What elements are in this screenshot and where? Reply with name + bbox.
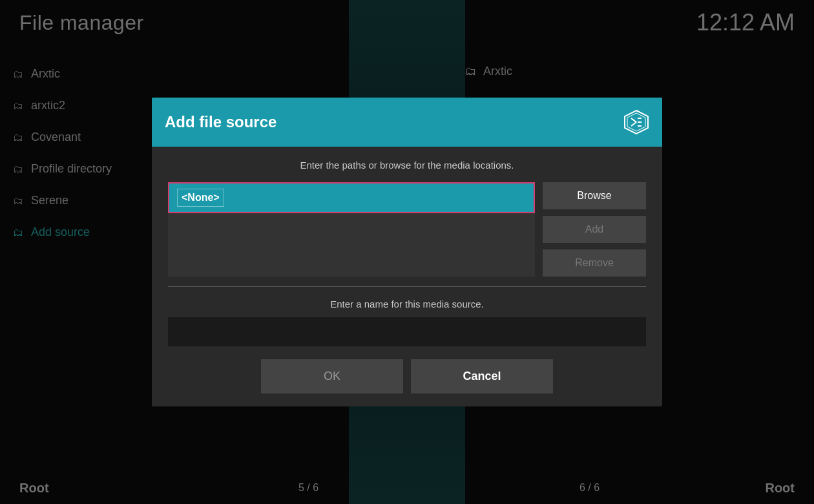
name-description: Enter a name for this media source. <box>168 299 646 310</box>
modal-header: Add file source <box>152 98 662 147</box>
modal-body: Enter the paths or browse for the media … <box>152 147 662 406</box>
svg-line-2 <box>631 118 636 122</box>
source-main-row: <None> Browse Add Remove <box>168 182 646 277</box>
modal-path-description: Enter the paths or browse for the media … <box>168 160 646 171</box>
ok-button[interactable]: OK <box>261 359 403 394</box>
remove-button[interactable]: Remove <box>543 249 646 277</box>
source-buttons-column: Browse Add Remove <box>543 182 646 277</box>
name-section: Enter a name for this media source. <box>168 286 646 346</box>
media-source-name-input[interactable] <box>168 317 646 346</box>
svg-line-3 <box>631 122 636 126</box>
source-path-input[interactable] <box>229 193 526 204</box>
browse-button[interactable]: Browse <box>543 182 646 209</box>
source-input-row: <None> <box>168 182 535 213</box>
cancel-button[interactable]: Cancel <box>411 359 553 394</box>
add-file-source-modal: Add file source Enter the paths or brows… <box>152 98 662 406</box>
modal-title: Add file source <box>165 113 277 131</box>
add-button[interactable]: Add <box>543 216 646 243</box>
source-left-panel: <None> <box>168 182 535 277</box>
dialog-buttons: OK Cancel <box>168 359 646 394</box>
source-list-area <box>168 218 535 277</box>
source-input-wrapper[interactable]: <None> <box>168 182 535 213</box>
source-none-label: <None> <box>177 189 224 207</box>
kodi-logo-icon <box>623 109 649 135</box>
